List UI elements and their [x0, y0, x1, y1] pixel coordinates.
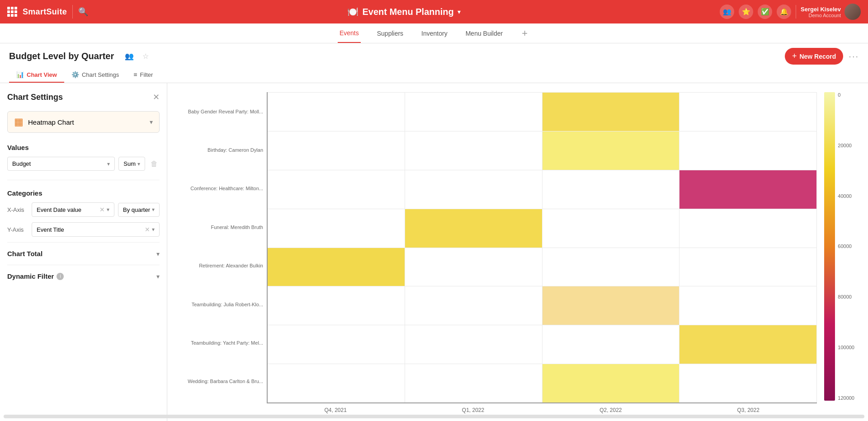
chart-total-header[interactable]: Chart Total ▾ — [7, 250, 160, 257]
info-icon: i — [57, 273, 64, 280]
budget-caret: ▾ — [107, 161, 110, 167]
cell-0-1 — [405, 92, 542, 131]
app-title-caret[interactable]: ▾ — [458, 8, 461, 15]
people-icon-btn[interactable]: 👥 — [720, 5, 734, 19]
cell-2-0 — [268, 170, 405, 209]
y-axis-caret: ▾ — [152, 226, 155, 233]
x-axis-grouping-caret: ▾ — [152, 206, 155, 213]
values-section-title: Values — [7, 144, 160, 151]
view-tabs: 📊 Chart View ⚙️ Chart Settings ≡ Filter — [9, 67, 859, 83]
sidebar-title-row: Chart Settings ✕ — [7, 92, 160, 102]
cell-5-2 — [542, 286, 680, 325]
budget-field-select[interactable]: Budget ▾ — [7, 157, 115, 171]
categories-section: Categories X-Axis Event Date value ✕ ▾ B… — [7, 189, 160, 237]
x-label-1: Q1, 2022 — [404, 407, 542, 413]
categories-section-title: Categories — [7, 189, 160, 197]
x-axis-field-label: Event Date value — [37, 206, 81, 213]
filter-icon: ≡ — [133, 71, 137, 78]
tab-chart-view[interactable]: 📊 Chart View — [9, 67, 64, 83]
sum-select[interactable]: Sum ▾ — [118, 157, 145, 171]
x-axis-grouping-select[interactable]: By quarter ▾ — [118, 203, 160, 217]
star-favorite-icon[interactable]: ☆ — [139, 50, 152, 63]
chart-total-caret: ▾ — [156, 250, 160, 257]
share-people-icon[interactable]: 👥 — [123, 50, 136, 63]
y-label-6: Teambuilding: Yacht Party: Mel... — [176, 340, 263, 346]
cell-7-0 — [268, 364, 405, 402]
close-icon[interactable]: ✕ — [153, 92, 160, 102]
sub-nav-inventory[interactable]: Inventory — [420, 24, 449, 42]
sidebar: Chart Settings ✕ ▦ Heatmap Chart ▾ Value… — [0, 83, 167, 421]
y-axis-row: Y-Axis Event Title ✕ ▾ — [7, 222, 160, 237]
scale-label-1: 20000 — [838, 143, 854, 148]
y-axis-clear-icon[interactable]: ✕ — [145, 226, 150, 233]
x-axis-field-select[interactable]: Event Date value ✕ ▾ — [32, 202, 114, 217]
top-nav: SmartSuite 🔍 🍽️ Event Menu Planning ▾ 👥 … — [0, 0, 868, 23]
cell-0-0 — [268, 92, 405, 131]
tab-filter[interactable]: ≡ Filter — [126, 67, 160, 83]
main-content: Chart Settings ✕ ▦ Heatmap Chart ▾ Value… — [0, 83, 868, 421]
chart-type-selector[interactable]: ▦ Heatmap Chart ▾ — [7, 111, 160, 133]
tab-chart-settings[interactable]: ⚙️ Chart Settings — [64, 67, 126, 83]
cell-3-3 — [679, 209, 817, 248]
chart-type-left: ▦ Heatmap Chart — [14, 116, 74, 128]
dynamic-filter-header[interactable]: Dynamic Filter i ▾ — [7, 272, 160, 280]
sub-nav-events[interactable]: Events — [338, 24, 361, 43]
app-title: Event Menu Planning — [362, 7, 453, 17]
chart-total-section: Chart Total ▾ — [7, 242, 160, 265]
cell-4-0 — [268, 248, 405, 286]
cell-3-0 — [268, 209, 405, 248]
budget-label: Budget — [12, 160, 31, 167]
color-scale-bar — [824, 92, 835, 401]
scale-labels: 0 20000 40000 60000 80000 100000 120000 — [835, 92, 854, 413]
cell-1-0 — [268, 131, 405, 170]
sum-caret: ▾ — [137, 161, 140, 167]
bell-icon-btn[interactable]: 🔔 — [777, 5, 791, 19]
chart-type-label: Heatmap Chart — [28, 118, 74, 126]
cell-5-0 — [268, 286, 405, 325]
bottom-scrollbar[interactable] — [4, 415, 864, 418]
cell-0-3 — [679, 92, 817, 131]
scale-label-4: 80000 — [838, 294, 854, 299]
check-icon-btn[interactable]: ✅ — [758, 5, 772, 19]
x-axis-caret: ▾ — [107, 206, 109, 213]
sub-nav-menu-builder[interactable]: Menu Builder — [464, 24, 505, 42]
heatmap-grid — [267, 92, 817, 403]
y-axis-field-select[interactable]: Event Title ✕ ▾ — [32, 222, 160, 237]
star-icon-btn[interactable]: ⭐ — [739, 5, 753, 19]
chart-type-caret: ▾ — [150, 118, 153, 126]
more-options-icon[interactable]: ··· — [849, 51, 859, 61]
nav-left: SmartSuite 🔍 — [7, 5, 88, 19]
view-title-row: Budget Level by Quarter 👥 ☆ + New Record… — [9, 48, 859, 65]
color-scale — [824, 92, 835, 413]
chart-area: Baby Gender Reveal Party: Moll... Birthd… — [167, 83, 868, 421]
avatar — [844, 4, 861, 20]
sub-nav-add[interactable]: + — [519, 25, 530, 42]
search-icon[interactable]: 🔍 — [78, 7, 88, 17]
new-record-button[interactable]: + New Record — [785, 48, 843, 65]
scale-label-2: 40000 — [838, 193, 854, 199]
dynamic-filter-caret: ▾ — [156, 273, 160, 280]
user-menu[interactable]: Sergei Kiselev Demo Account — [801, 4, 861, 20]
values-row: Budget ▾ Sum ▾ 🗑 — [7, 157, 160, 171]
filter-label: Filter — [140, 71, 153, 78]
x-axis-grouping-label: By quarter — [123, 206, 150, 213]
grid-menu-icon[interactable] — [7, 7, 17, 17]
cell-5-1 — [405, 286, 542, 325]
cell-2-1 — [405, 170, 542, 209]
user-role: Demo Account — [801, 13, 841, 18]
cell-6-0 — [268, 325, 405, 364]
sum-label: Sum — [123, 160, 136, 167]
scale-label-0: 0 — [838, 92, 854, 98]
x-axis-clear-icon[interactable]: ✕ — [99, 206, 105, 213]
values-section: Values Budget ▾ Sum ▾ 🗑 — [7, 144, 160, 171]
sub-nav-suppliers[interactable]: Suppliers — [375, 24, 405, 42]
nav-center: 🍽️ Event Menu Planning ▾ — [95, 6, 712, 17]
cell-3-1 — [405, 209, 542, 248]
chart-total-label: Chart Total — [7, 250, 42, 257]
cell-2-2 — [542, 170, 680, 209]
cell-4-3 — [679, 248, 817, 286]
cell-5-3 — [679, 286, 817, 325]
view-header: Budget Level by Quarter 👥 ☆ + New Record… — [0, 43, 868, 83]
x-label-3: Q3, 2022 — [679, 407, 817, 413]
delete-budget-icon[interactable]: 🗑 — [149, 158, 160, 170]
